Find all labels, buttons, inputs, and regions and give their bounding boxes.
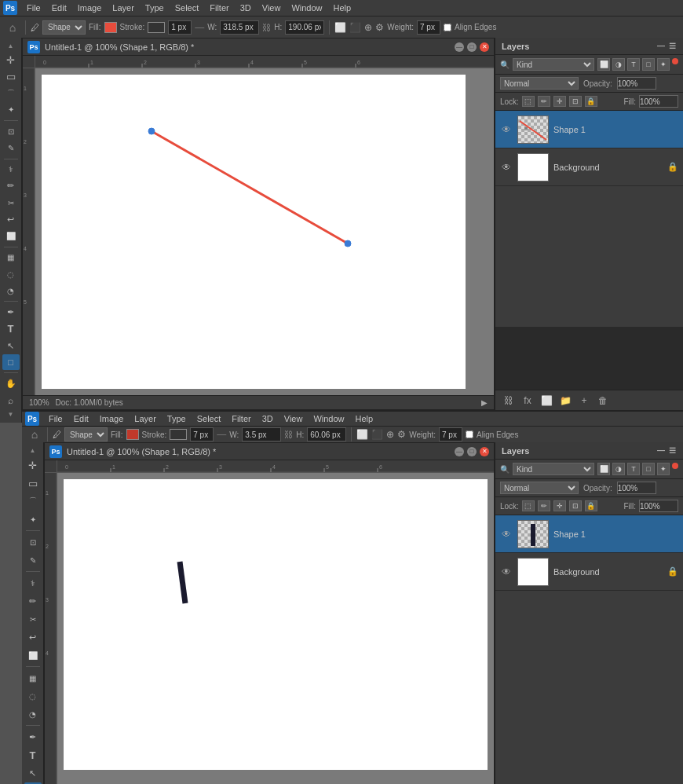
eyedropper-tool-2[interactable]: ✎ [24, 551, 42, 569]
layers-menu-2[interactable]: ☰ [667, 446, 677, 456]
fill-color-swatch-2[interactable] [126, 429, 139, 440]
menu-select[interactable]: Select [170, 2, 204, 13]
weight-input-2[interactable] [439, 427, 462, 441]
layer-delete-btn-1[interactable]: 🗑 [596, 394, 610, 408]
height-input[interactable] [285, 20, 324, 35]
eyedropper-tool[interactable]: ✎ [2, 140, 20, 156]
menu-type[interactable]: Type [141, 2, 169, 13]
selection-tool-2[interactable]: ▭ [24, 474, 42, 492]
window-1-maximize[interactable]: □ [467, 42, 477, 52]
menu2-filter[interactable]: Filter [227, 413, 255, 424]
canvas-2[interactable] [64, 479, 488, 770]
menu2-layer[interactable]: Layer [130, 413, 161, 424]
dodge-tool[interactable]: ◔ [2, 283, 20, 299]
healing-brush-2[interactable]: ⚕ [24, 574, 42, 592]
layer-shape1-1[interactable]: 👁 Shape 1 [495, 111, 683, 148]
shape-tool[interactable]: □ [2, 354, 20, 370]
settings-icon[interactable]: ⚙ [375, 22, 384, 33]
layers-collapse-2[interactable]: — [656, 446, 666, 456]
type-tool[interactable]: T [2, 321, 20, 337]
lock-artboard-1[interactable]: ⊡ [569, 96, 582, 107]
layer-background-2[interactable]: 👁 Background 🔒 [495, 553, 683, 591]
opacity-input-2[interactable] [617, 482, 656, 494]
history-brush[interactable]: ↩ [2, 211, 20, 227]
lock-position-1[interactable]: ✛ [553, 96, 566, 107]
path-selection[interactable]: ↖ [2, 338, 20, 354]
move-tool-2[interactable]: ✛ [24, 456, 42, 474]
layer-link-btn-1[interactable]: ⛓ [502, 394, 516, 408]
stroke-color-swatch[interactable] [148, 22, 165, 33]
blend-mode-dropdown-2[interactable]: Normal [500, 482, 579, 494]
brush-tool-2[interactable]: ✏ [24, 592, 42, 610]
shape-type-dropdown[interactable]: Shape [42, 20, 86, 35]
filter-adjust-2[interactable]: ◑ [612, 463, 625, 475]
menu-view[interactable]: View [257, 2, 286, 13]
crop-tool[interactable]: ⊡ [2, 123, 20, 139]
lock-all-2[interactable]: 🔒 [585, 500, 597, 511]
canvas-bg-2[interactable] [57, 473, 494, 784]
filter-pixel-2[interactable]: ⬜ [597, 463, 610, 475]
layer-new-btn-1[interactable]: + [577, 394, 591, 408]
window-2-minimize[interactable]: — [455, 447, 464, 456]
layer-background-1[interactable]: 👁 Background 🔒 [495, 148, 683, 186]
lock-transparency-2[interactable]: ⬚ [522, 500, 535, 511]
menu-file[interactable]: File [22, 2, 46, 13]
lasso-tool-2[interactable]: ⌒ [24, 493, 42, 510]
align-icon-1[interactable]: ⬜ [334, 22, 346, 33]
layer-visibility-shape1-2[interactable]: 👁 [500, 528, 513, 540]
fill-color-swatch[interactable] [104, 22, 117, 33]
layer-group-btn-1[interactable]: 📁 [558, 394, 572, 408]
hand-tool[interactable]: ✋ [2, 376, 20, 391]
menu-window[interactable]: Window [287, 2, 327, 13]
align-edges-checkbox-2[interactable] [466, 430, 473, 438]
stroke-color-swatch-2[interactable] [170, 429, 187, 440]
menu-edit[interactable]: Edit [47, 2, 71, 13]
layer-mask-btn-1[interactable]: ⬜ [539, 394, 553, 408]
link-dimensions-icon[interactable]: ⛓ [262, 23, 271, 32]
gradient-tool-2[interactable]: ▦ [24, 669, 42, 687]
weight-input[interactable] [417, 20, 440, 35]
align-icon-2[interactable]: ⬛ [349, 22, 361, 33]
align-icon-1-2[interactable]: ⬜ [356, 429, 368, 440]
height-input-2[interactable] [307, 427, 346, 441]
zoom-tool[interactable]: ⌕ [2, 393, 20, 408]
history-brush-2[interactable]: ↩ [24, 628, 42, 646]
window-1-close[interactable]: ✕ [480, 42, 489, 52]
eraser-tool[interactable]: ⬜ [2, 229, 20, 244]
settings-icon-2[interactable]: ⚙ [397, 429, 406, 440]
width-input-2[interactable] [242, 427, 281, 441]
selection-tool[interactable]: ▭ [2, 68, 20, 84]
pen-tool-2[interactable]: ✒ [24, 728, 42, 746]
menu2-select[interactable]: Select [192, 413, 226, 424]
clone-stamp-2[interactable]: ✂ [24, 610, 42, 628]
lock-all-1[interactable]: 🔒 [585, 96, 597, 107]
home-icon[interactable]: ⌂ [5, 20, 20, 35]
filter-shape-1[interactable]: □ [642, 58, 655, 71]
fill-input-1[interactable] [639, 95, 678, 108]
opacity-input-1[interactable] [617, 77, 656, 90]
stroke-options-icon[interactable]: — [195, 22, 204, 33]
layer-fx-btn-1[interactable]: fx [520, 394, 535, 408]
menu2-help[interactable]: Help [351, 413, 378, 424]
pen-tool[interactable]: ✒ [2, 304, 20, 320]
menu-3d[interactable]: 3D [236, 2, 256, 13]
menu-layer[interactable]: Layer [108, 2, 139, 13]
brush-tool[interactable]: ✏ [2, 178, 20, 194]
blur-tool-2[interactable]: ◌ [24, 687, 42, 705]
stroke-options-icon-2[interactable]: — [217, 429, 226, 440]
menu2-edit[interactable]: Edit [69, 413, 93, 424]
layer-shape1-2[interactable]: 👁 Shape 1 [495, 515, 683, 553]
menu2-view[interactable]: View [279, 413, 308, 424]
align-icon-2-2[interactable]: ⬛ [371, 429, 383, 440]
clone-stamp[interactable]: ✂ [2, 195, 20, 211]
filter-pixel-1[interactable]: ⬜ [597, 58, 610, 71]
stroke-width-input[interactable] [168, 20, 192, 35]
layers-menu-1[interactable]: ☰ [667, 42, 677, 51]
home-icon-2[interactable]: ⌂ [27, 427, 42, 442]
magic-wand-2[interactable]: ✦ [24, 511, 42, 528]
width-input[interactable] [220, 20, 259, 35]
filter-smart-1[interactable]: ✦ [657, 58, 670, 71]
filter-shape-2[interactable]: □ [642, 463, 655, 475]
layer-visibility-shape1-1[interactable]: 👁 [500, 123, 513, 136]
menu-help[interactable]: Help [329, 2, 356, 13]
